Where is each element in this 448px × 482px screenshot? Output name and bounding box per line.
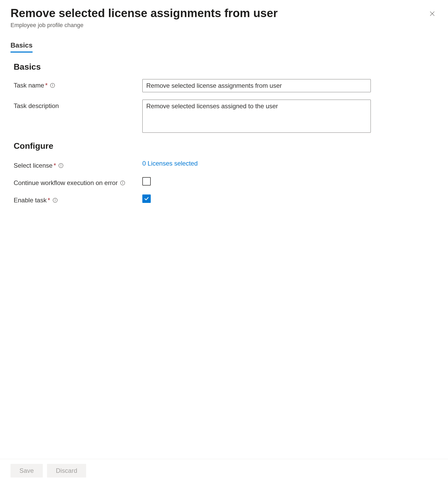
row-task-name: Task name * <box>14 79 437 92</box>
save-button[interactable]: Save <box>11 464 43 478</box>
info-icon[interactable] <box>50 83 55 88</box>
select-license-link[interactable]: 0 Licenses selected <box>142 159 198 167</box>
info-icon[interactable] <box>58 163 64 168</box>
task-name-input[interactable] <box>142 79 371 92</box>
tab-bar: Basics <box>11 41 437 53</box>
info-icon[interactable] <box>52 197 58 203</box>
continue-on-error-checkbox[interactable] <box>142 177 151 186</box>
task-name-label: Task name <box>14 82 44 89</box>
row-enable-task: Enable task * <box>14 194 437 204</box>
row-continue-on-error: Continue workflow execution on error <box>14 177 437 187</box>
svg-point-13 <box>55 199 55 199</box>
select-license-label: Select license <box>14 162 53 169</box>
footer: Save Discard <box>0 459 448 482</box>
page-title: Remove selected license assignments from… <box>11 6 278 20</box>
required-marker: * <box>48 197 50 204</box>
section-title-basics: Basics <box>14 62 437 72</box>
section-title-configure: Configure <box>14 141 437 151</box>
svg-point-4 <box>53 84 53 85</box>
svg-point-7 <box>61 165 61 165</box>
close-button[interactable] <box>427 8 437 20</box>
task-description-label: Task description <box>14 102 59 110</box>
discard-button[interactable]: Discard <box>47 464 86 478</box>
svg-point-10 <box>123 182 123 182</box>
required-marker: * <box>54 162 56 169</box>
close-icon <box>429 14 435 18</box>
continue-on-error-label: Continue workflow execution on error <box>14 179 118 187</box>
enable-task-label: Enable task <box>14 197 46 204</box>
required-marker: * <box>45 82 48 89</box>
info-icon[interactable] <box>120 180 126 186</box>
enable-task-checkbox[interactable] <box>142 194 151 203</box>
row-task-description: Task description Remove selected license… <box>14 100 437 134</box>
row-select-license: Select license * 0 Licenses selected <box>14 159 437 169</box>
task-description-input[interactable]: Remove selected licenses assigned to the… <box>142 100 371 133</box>
tab-basics[interactable]: Basics <box>11 41 33 53</box>
page-subtitle: Employee job profile change <box>11 22 278 29</box>
